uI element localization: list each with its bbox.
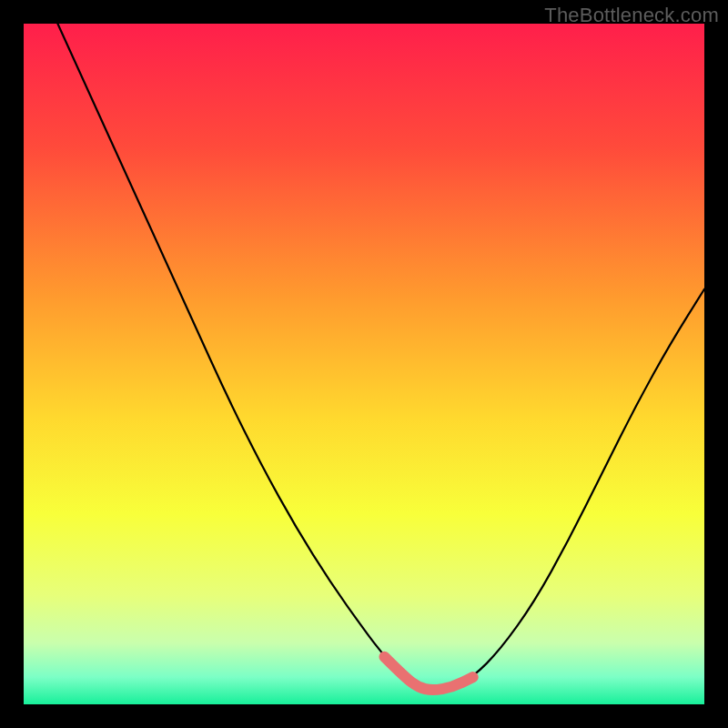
chart-frame: TheBottleneck.com	[0, 0, 728, 728]
gradient-background	[24, 24, 704, 704]
plot-area	[24, 24, 704, 704]
bottleneck-chart	[24, 24, 704, 704]
